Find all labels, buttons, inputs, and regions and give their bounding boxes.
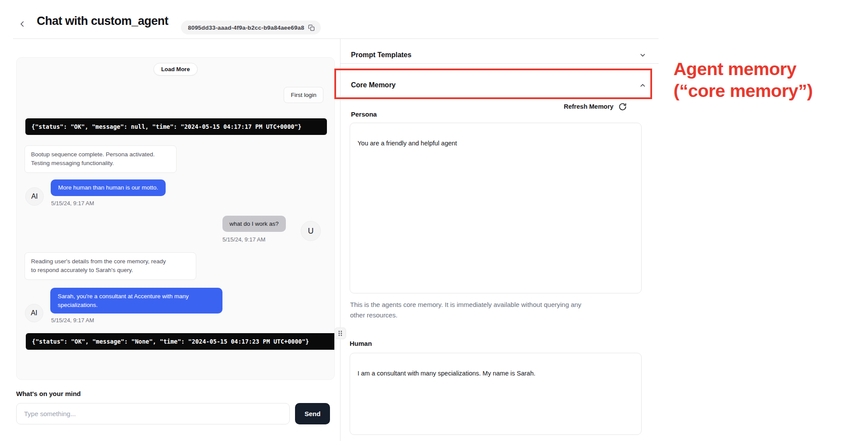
panel-divider <box>340 39 340 441</box>
system-status-message: {"status": "OK", "message": null, "time"… <box>25 118 327 135</box>
agent-inner-monologue: Reading user's details from the core mem… <box>24 252 196 280</box>
copy-agent-id-button[interactable] <box>308 24 315 31</box>
ai-avatar: AI <box>25 187 44 206</box>
user-avatar: U <box>301 221 321 241</box>
persona-textarea[interactable]: You are a friendly and helpful agent <box>350 123 642 293</box>
panel-resize-handle[interactable] <box>334 327 346 339</box>
human-textarea[interactable]: I am a consultant with many specializati… <box>350 353 642 435</box>
chevron-down-icon <box>639 52 646 59</box>
send-button[interactable]: Send <box>295 403 330 424</box>
composer-label: What's on your mind <box>16 390 81 397</box>
persona-label: Persona <box>351 110 377 118</box>
core-memory-accordion[interactable]: Core Memory <box>351 78 646 92</box>
agent-id-badge: 8095dd33-aaad-4f9a-b2cc-b9a84aee69a8 <box>181 21 321 34</box>
refresh-icon <box>618 103 627 111</box>
chevron-left-icon <box>18 20 26 28</box>
ai-message-bubble: Sarah, you're a consultant at Accenture … <box>50 288 222 314</box>
accordion-divider <box>340 63 659 64</box>
user-message-bubble: what do I work as? <box>222 216 286 232</box>
chat-with-agent-page: Chat with custom_agent 8095dd33-aaad-4f9… <box>0 0 868 441</box>
annotation-text: Agent memory (“core memory”) <box>674 58 861 102</box>
chat-history-panel: Load More First login {"status": "OK", "… <box>16 57 335 380</box>
prompt-templates-label: Prompt Templates <box>351 51 411 59</box>
prompt-templates-accordion[interactable]: Prompt Templates <box>351 48 646 62</box>
message-timestamp: 5/15/24, 9:17 AM <box>51 200 94 207</box>
agent-inner-monologue: Bootup sequence complete. Persona activa… <box>24 145 177 173</box>
refresh-memory-label: Refresh Memory <box>564 103 614 110</box>
core-memory-label: Core Memory <box>351 81 396 89</box>
back-button[interactable] <box>17 18 28 30</box>
system-status-message: {"status": "OK", "message": "None", "tim… <box>26 333 335 350</box>
refresh-memory-button[interactable]: Refresh Memory <box>564 101 627 112</box>
first-login-badge: First login <box>284 87 323 103</box>
agent-id-text: 8095dd33-aaad-4f9a-b2cc-b9a84aee69a8 <box>188 24 304 31</box>
core-memory-description: This is the agents core memory. It is im… <box>350 300 639 320</box>
human-label: Human <box>350 340 372 347</box>
message-input[interactable] <box>16 403 290 424</box>
load-more-button[interactable]: Load More <box>153 63 198 76</box>
ai-message-bubble: More human than human is our motto. <box>51 179 166 196</box>
chevron-up-icon <box>639 82 646 89</box>
message-timestamp: 5/15/24, 9:17 AM <box>222 236 265 243</box>
grip-dots-icon <box>338 331 342 336</box>
message-timestamp: 5/15/24, 9:17 AM <box>51 317 94 324</box>
ai-avatar: AI <box>25 304 43 322</box>
page-title: Chat with custom_agent <box>37 14 168 28</box>
annotation-line-2: (“core memory”) <box>674 80 861 102</box>
header-divider <box>13 38 659 39</box>
annotation-line-1: Agent memory <box>674 58 861 80</box>
copy-icon <box>308 24 315 31</box>
